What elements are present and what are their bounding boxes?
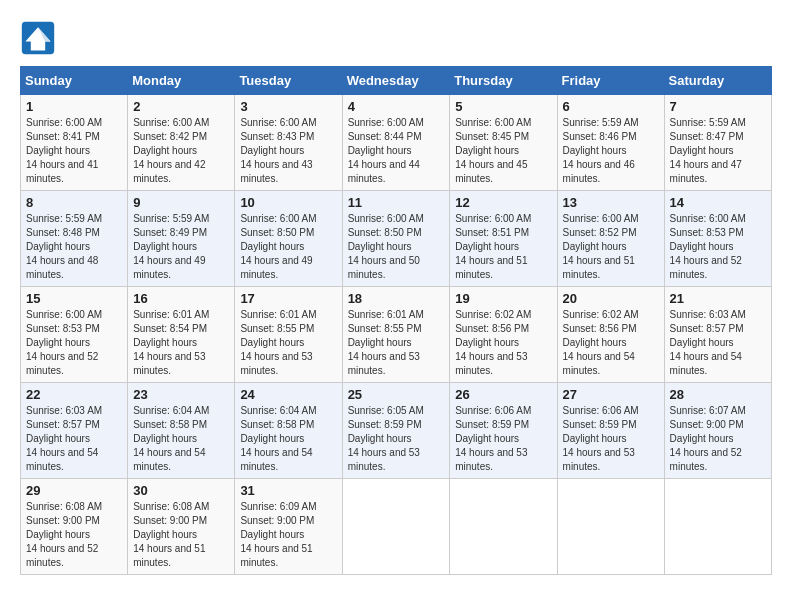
day-number: 15 xyxy=(26,291,122,306)
day-info: Sunrise: 6:00 AM Sunset: 8:52 PM Dayligh… xyxy=(563,212,659,282)
calendar-cell: 28 Sunrise: 6:07 AM Sunset: 9:00 PM Dayl… xyxy=(664,383,771,479)
day-info: Sunrise: 6:06 AM Sunset: 8:59 PM Dayligh… xyxy=(455,404,551,474)
day-number: 16 xyxy=(133,291,229,306)
day-number: 30 xyxy=(133,483,229,498)
calendar-week-2: 8 Sunrise: 5:59 AM Sunset: 8:48 PM Dayli… xyxy=(21,191,772,287)
weekday-header-monday: Monday xyxy=(128,67,235,95)
day-number: 18 xyxy=(348,291,445,306)
day-number: 10 xyxy=(240,195,336,210)
day-number: 24 xyxy=(240,387,336,402)
day-info: Sunrise: 6:00 AM Sunset: 8:43 PM Dayligh… xyxy=(240,116,336,186)
calendar-cell: 16 Sunrise: 6:01 AM Sunset: 8:54 PM Dayl… xyxy=(128,287,235,383)
day-info: Sunrise: 6:00 AM Sunset: 8:51 PM Dayligh… xyxy=(455,212,551,282)
day-number: 19 xyxy=(455,291,551,306)
day-info: Sunrise: 5:59 AM Sunset: 8:46 PM Dayligh… xyxy=(563,116,659,186)
calendar-cell: 17 Sunrise: 6:01 AM Sunset: 8:55 PM Dayl… xyxy=(235,287,342,383)
calendar-cell: 12 Sunrise: 6:00 AM Sunset: 8:51 PM Dayl… xyxy=(450,191,557,287)
day-info: Sunrise: 6:00 AM Sunset: 8:44 PM Dayligh… xyxy=(348,116,445,186)
calendar-cell: 22 Sunrise: 6:03 AM Sunset: 8:57 PM Dayl… xyxy=(21,383,128,479)
day-number: 14 xyxy=(670,195,766,210)
weekday-header-sunday: Sunday xyxy=(21,67,128,95)
day-info: Sunrise: 6:00 AM Sunset: 8:53 PM Dayligh… xyxy=(26,308,122,378)
day-info: Sunrise: 6:03 AM Sunset: 8:57 PM Dayligh… xyxy=(26,404,122,474)
calendar-cell: 13 Sunrise: 6:00 AM Sunset: 8:52 PM Dayl… xyxy=(557,191,664,287)
calendar-cell: 9 Sunrise: 5:59 AM Sunset: 8:49 PM Dayli… xyxy=(128,191,235,287)
calendar-cell: 21 Sunrise: 6:03 AM Sunset: 8:57 PM Dayl… xyxy=(664,287,771,383)
day-info: Sunrise: 6:01 AM Sunset: 8:55 PM Dayligh… xyxy=(348,308,445,378)
day-info: Sunrise: 5:59 AM Sunset: 8:47 PM Dayligh… xyxy=(670,116,766,186)
calendar-cell: 11 Sunrise: 6:00 AM Sunset: 8:50 PM Dayl… xyxy=(342,191,450,287)
day-info: Sunrise: 6:08 AM Sunset: 9:00 PM Dayligh… xyxy=(26,500,122,570)
day-info: Sunrise: 6:00 AM Sunset: 8:41 PM Dayligh… xyxy=(26,116,122,186)
calendar-cell: 18 Sunrise: 6:01 AM Sunset: 8:55 PM Dayl… xyxy=(342,287,450,383)
day-number: 11 xyxy=(348,195,445,210)
calendar-cell: 3 Sunrise: 6:00 AM Sunset: 8:43 PM Dayli… xyxy=(235,95,342,191)
day-info: Sunrise: 6:00 AM Sunset: 8:45 PM Dayligh… xyxy=(455,116,551,186)
day-info: Sunrise: 6:08 AM Sunset: 9:00 PM Dayligh… xyxy=(133,500,229,570)
weekday-header-thursday: Thursday xyxy=(450,67,557,95)
calendar-cell: 6 Sunrise: 5:59 AM Sunset: 8:46 PM Dayli… xyxy=(557,95,664,191)
day-number: 31 xyxy=(240,483,336,498)
calendar-cell: 23 Sunrise: 6:04 AM Sunset: 8:58 PM Dayl… xyxy=(128,383,235,479)
day-number: 1 xyxy=(26,99,122,114)
calendar-week-4: 22 Sunrise: 6:03 AM Sunset: 8:57 PM Dayl… xyxy=(21,383,772,479)
day-number: 13 xyxy=(563,195,659,210)
calendar-cell: 19 Sunrise: 6:02 AM Sunset: 8:56 PM Dayl… xyxy=(450,287,557,383)
calendar-cell: 24 Sunrise: 6:04 AM Sunset: 8:58 PM Dayl… xyxy=(235,383,342,479)
day-number: 12 xyxy=(455,195,551,210)
day-number: 7 xyxy=(670,99,766,114)
day-info: Sunrise: 6:04 AM Sunset: 8:58 PM Dayligh… xyxy=(133,404,229,474)
day-number: 25 xyxy=(348,387,445,402)
day-number: 27 xyxy=(563,387,659,402)
day-info: Sunrise: 5:59 AM Sunset: 8:49 PM Dayligh… xyxy=(133,212,229,282)
calendar-cell: 27 Sunrise: 6:06 AM Sunset: 8:59 PM Dayl… xyxy=(557,383,664,479)
day-info: Sunrise: 6:05 AM Sunset: 8:59 PM Dayligh… xyxy=(348,404,445,474)
day-info: Sunrise: 6:03 AM Sunset: 8:57 PM Dayligh… xyxy=(670,308,766,378)
calendar-week-3: 15 Sunrise: 6:00 AM Sunset: 8:53 PM Dayl… xyxy=(21,287,772,383)
logo-icon xyxy=(20,20,56,56)
day-number: 20 xyxy=(563,291,659,306)
weekday-header-friday: Friday xyxy=(557,67,664,95)
calendar-cell xyxy=(664,479,771,575)
calendar-cell: 30 Sunrise: 6:08 AM Sunset: 9:00 PM Dayl… xyxy=(128,479,235,575)
weekday-header-row: SundayMondayTuesdayWednesdayThursdayFrid… xyxy=(21,67,772,95)
calendar-table: SundayMondayTuesdayWednesdayThursdayFrid… xyxy=(20,66,772,575)
calendar-week-1: 1 Sunrise: 6:00 AM Sunset: 8:41 PM Dayli… xyxy=(21,95,772,191)
weekday-header-wednesday: Wednesday xyxy=(342,67,450,95)
page-header xyxy=(20,20,772,56)
calendar-cell: 26 Sunrise: 6:06 AM Sunset: 8:59 PM Dayl… xyxy=(450,383,557,479)
day-number: 17 xyxy=(240,291,336,306)
day-number: 8 xyxy=(26,195,122,210)
calendar-cell: 8 Sunrise: 5:59 AM Sunset: 8:48 PM Dayli… xyxy=(21,191,128,287)
calendar-week-5: 29 Sunrise: 6:08 AM Sunset: 9:00 PM Dayl… xyxy=(21,479,772,575)
day-info: Sunrise: 6:02 AM Sunset: 8:56 PM Dayligh… xyxy=(455,308,551,378)
calendar-cell: 1 Sunrise: 6:00 AM Sunset: 8:41 PM Dayli… xyxy=(21,95,128,191)
calendar-cell: 31 Sunrise: 6:09 AM Sunset: 9:00 PM Dayl… xyxy=(235,479,342,575)
day-number: 28 xyxy=(670,387,766,402)
calendar-cell: 2 Sunrise: 6:00 AM Sunset: 8:42 PM Dayli… xyxy=(128,95,235,191)
day-info: Sunrise: 6:00 AM Sunset: 8:42 PM Dayligh… xyxy=(133,116,229,186)
day-info: Sunrise: 6:02 AM Sunset: 8:56 PM Dayligh… xyxy=(563,308,659,378)
calendar-cell: 25 Sunrise: 6:05 AM Sunset: 8:59 PM Dayl… xyxy=(342,383,450,479)
day-info: Sunrise: 6:06 AM Sunset: 8:59 PM Dayligh… xyxy=(563,404,659,474)
day-number: 6 xyxy=(563,99,659,114)
day-info: Sunrise: 6:09 AM Sunset: 9:00 PM Dayligh… xyxy=(240,500,336,570)
calendar-cell: 20 Sunrise: 6:02 AM Sunset: 8:56 PM Dayl… xyxy=(557,287,664,383)
day-number: 3 xyxy=(240,99,336,114)
weekday-header-tuesday: Tuesday xyxy=(235,67,342,95)
day-info: Sunrise: 6:04 AM Sunset: 8:58 PM Dayligh… xyxy=(240,404,336,474)
day-number: 26 xyxy=(455,387,551,402)
day-info: Sunrise: 6:00 AM Sunset: 8:50 PM Dayligh… xyxy=(348,212,445,282)
calendar-cell: 4 Sunrise: 6:00 AM Sunset: 8:44 PM Dayli… xyxy=(342,95,450,191)
day-number: 4 xyxy=(348,99,445,114)
day-info: Sunrise: 5:59 AM Sunset: 8:48 PM Dayligh… xyxy=(26,212,122,282)
calendar-cell: 10 Sunrise: 6:00 AM Sunset: 8:50 PM Dayl… xyxy=(235,191,342,287)
day-number: 2 xyxy=(133,99,229,114)
day-number: 9 xyxy=(133,195,229,210)
calendar-cell: 5 Sunrise: 6:00 AM Sunset: 8:45 PM Dayli… xyxy=(450,95,557,191)
weekday-header-saturday: Saturday xyxy=(664,67,771,95)
calendar-cell: 29 Sunrise: 6:08 AM Sunset: 9:00 PM Dayl… xyxy=(21,479,128,575)
day-info: Sunrise: 6:00 AM Sunset: 8:50 PM Dayligh… xyxy=(240,212,336,282)
day-info: Sunrise: 6:00 AM Sunset: 8:53 PM Dayligh… xyxy=(670,212,766,282)
calendar-cell: 14 Sunrise: 6:00 AM Sunset: 8:53 PM Dayl… xyxy=(664,191,771,287)
